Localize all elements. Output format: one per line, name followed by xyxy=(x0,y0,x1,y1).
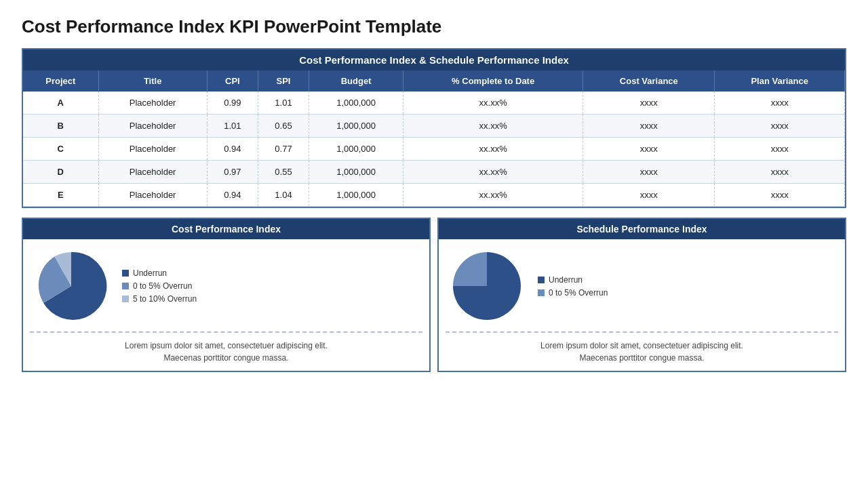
table-row: DPlaceholder0.970.551,000,000xx.xx%xxxxx… xyxy=(23,161,845,184)
kpi-table: Project Title CPI SPI Budget % Complete … xyxy=(23,70,845,207)
spi-legend-label-1: Underrun xyxy=(549,275,583,285)
col-cpi: CPI xyxy=(207,70,258,92)
spi-slice-overrun1 xyxy=(453,252,487,286)
table-row: EPlaceholder0.941.041,000,000xx.xx%xxxxx… xyxy=(23,184,845,207)
table-cell: 0.94 xyxy=(207,138,258,161)
table-cell: 1.04 xyxy=(258,184,309,207)
col-budget: Budget xyxy=(309,70,403,92)
table-cell: 1,000,000 xyxy=(309,138,403,161)
col-pct: % Complete to Date xyxy=(403,70,583,92)
bottom-panels: Cost Performance Index Underrun xyxy=(22,218,846,372)
cpi-legend-color-3 xyxy=(122,296,129,302)
table-cell: 1.01 xyxy=(207,115,258,138)
table-cell: xx.xx% xyxy=(403,184,583,207)
main-table-wrapper: Cost Performance Index & Schedule Perfor… xyxy=(22,48,846,208)
table-row: CPlaceholder0.940.771,000,000xx.xx%xxxxx… xyxy=(23,138,845,161)
cpi-divider xyxy=(30,331,422,333)
table-row: BPlaceholder1.010.651,000,000xx.xx%xxxxx… xyxy=(23,115,845,138)
table-cell: 1,000,000 xyxy=(309,161,403,184)
spi-legend-label-2: 0 to 5% Overrun xyxy=(549,288,608,298)
table-cell: xxxx xyxy=(715,92,845,115)
col-spi: SPI xyxy=(258,70,309,92)
cpi-legend-label-3: 5 to 10% Overrun xyxy=(133,294,197,304)
spi-pie-svg xyxy=(450,249,524,323)
col-project: Project xyxy=(23,70,98,92)
table-cell: Placeholder xyxy=(98,184,207,207)
table-banner: Cost Performance Index & Schedule Perfor… xyxy=(23,49,845,70)
table-cell: Placeholder xyxy=(98,115,207,138)
table-cell: xxxx xyxy=(583,184,715,207)
table-cell: 0.99 xyxy=(207,92,258,115)
table-cell: 0.97 xyxy=(207,161,258,184)
spi-footer-text: Lorem ipsum dolor sit amet, consectetuer… xyxy=(439,337,845,371)
table-cell: 0.55 xyxy=(258,161,309,184)
table-cell: xxxx xyxy=(583,115,715,138)
cpi-chart xyxy=(34,249,108,323)
cpi-panel-body: Underrun 0 to 5% Overrun 5 to 10% Overru… xyxy=(23,239,429,327)
cpi-pie-svg xyxy=(34,249,108,323)
table-cell: xxxx xyxy=(583,161,715,184)
spi-legend-color-2 xyxy=(538,289,545,296)
table-cell: 1,000,000 xyxy=(309,115,403,138)
table-body: APlaceholder0.991.011,000,000xx.xx%xxxxx… xyxy=(23,92,845,207)
table-cell: D xyxy=(23,161,98,184)
col-title: Title xyxy=(98,70,207,92)
table-cell: C xyxy=(23,138,98,161)
cpi-panel: Cost Performance Index Underrun xyxy=(22,218,431,372)
table-cell: xx.xx% xyxy=(403,138,583,161)
cpi-legend-color-1 xyxy=(122,270,129,277)
cpi-legend-item-2: 0 to 5% Overrun xyxy=(122,281,197,291)
cpi-legend-label-2: 0 to 5% Overrun xyxy=(133,281,192,291)
table-cell: xxxx xyxy=(583,138,715,161)
table-cell: xxxx xyxy=(715,115,845,138)
cpi-legend-item-3: 5 to 10% Overrun xyxy=(122,294,197,304)
col-cost-variance: Cost Variance xyxy=(583,70,715,92)
table-cell: xxxx xyxy=(715,138,845,161)
table-cell: Placeholder xyxy=(98,92,207,115)
spi-chart xyxy=(450,249,524,323)
cpi-legend-label-1: Underrun xyxy=(133,268,167,278)
spi-legend-color-1 xyxy=(538,277,545,283)
table-cell: Placeholder xyxy=(98,138,207,161)
col-plan-variance: Plan Variance xyxy=(715,70,845,92)
spi-panel-header: Schedule Performance Index xyxy=(439,219,845,239)
table-cell: xx.xx% xyxy=(403,161,583,184)
table-cell: B xyxy=(23,115,98,138)
cpi-legend: Underrun 0 to 5% Overrun 5 to 10% Overru… xyxy=(122,268,197,304)
table-cell: xxxx xyxy=(715,184,845,207)
table-cell: 0.94 xyxy=(207,184,258,207)
cpi-legend-color-2 xyxy=(122,283,129,289)
spi-legend-item-2: 0 to 5% Overrun xyxy=(538,288,608,298)
table-cell: A xyxy=(23,92,98,115)
table-cell: xx.xx% xyxy=(403,115,583,138)
spi-divider xyxy=(446,331,838,333)
spi-legend-item-1: Underrun xyxy=(538,275,608,285)
table-cell: 1.01 xyxy=(258,92,309,115)
page-title: Cost Performance Index KPI PowerPoint Te… xyxy=(22,16,846,37)
spi-legend: Underrun 0 to 5% Overrun xyxy=(538,275,608,298)
table-cell: Placeholder xyxy=(98,161,207,184)
table-cell: 1,000,000 xyxy=(309,92,403,115)
table-cell: 0.77 xyxy=(258,138,309,161)
table-cell: 0.65 xyxy=(258,115,309,138)
cpi-legend-item-1: Underrun xyxy=(122,268,197,278)
table-cell: 1,000,000 xyxy=(309,184,403,207)
table-cell: xxxx xyxy=(715,161,845,184)
table-cell: xx.xx% xyxy=(403,92,583,115)
table-header-row: Project Title CPI SPI Budget % Complete … xyxy=(23,70,845,92)
spi-panel: Schedule Performance Index Underrun xyxy=(437,218,846,372)
spi-panel-body: Underrun 0 to 5% Overrun xyxy=(439,239,845,327)
table-cell: E xyxy=(23,184,98,207)
table-row: APlaceholder0.991.011,000,000xx.xx%xxxxx… xyxy=(23,92,845,115)
table-cell: xxxx xyxy=(583,92,715,115)
cpi-footer-text: Lorem ipsum dolor sit amet, consectetuer… xyxy=(23,337,429,371)
cpi-panel-header: Cost Performance Index xyxy=(23,219,429,239)
